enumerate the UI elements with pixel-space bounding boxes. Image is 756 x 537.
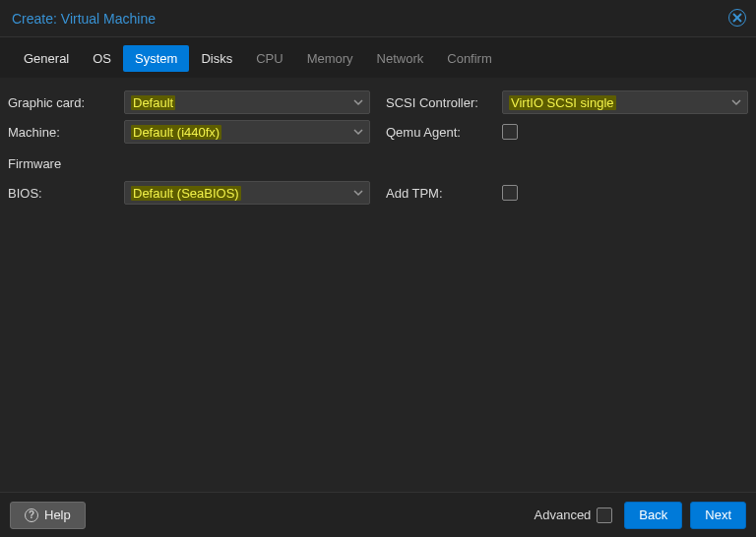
help-button[interactable]: ? Help (10, 502, 86, 529)
chevron-down-icon (353, 97, 363, 107)
select-bios[interactable]: Default (SeaBIOS) (124, 181, 370, 205)
label-qemu-agent: Qemu Agent: (386, 125, 502, 140)
window-title: Create: Virtual Machine (12, 11, 156, 27)
select-scsi-controller[interactable]: VirtIO SCSI single (502, 90, 748, 114)
label-graphic-card: Graphic card: (8, 95, 124, 110)
next-button-label: Next (705, 507, 731, 522)
tab-network: Network (365, 45, 436, 72)
row-firmware-heading: Firmware (8, 149, 370, 178)
chevron-down-icon (353, 127, 363, 137)
select-machine[interactable]: Default (i440fx) (124, 120, 370, 144)
label-add-tpm: Add TPM: (386, 186, 502, 201)
window-titlebar: Create: Virtual Machine (0, 0, 756, 37)
tab-memory: Memory (295, 45, 365, 72)
tab-disks[interactable]: Disks (189, 45, 244, 72)
value-graphic-card: Default (131, 95, 175, 110)
select-graphic-card[interactable]: Default (124, 90, 370, 114)
form-right-column: SCSI Controller: VirtIO SCSI single Qemu… (378, 88, 748, 484)
label-bios: BIOS: (8, 186, 124, 201)
value-bios: Default (SeaBIOS) (131, 186, 241, 201)
advanced-label: Advanced (535, 507, 592, 522)
row-scsi-controller: SCSI Controller: VirtIO SCSI single (386, 88, 748, 117)
tab-system[interactable]: System (123, 45, 189, 72)
tab-cpu: CPU (244, 45, 294, 72)
close-icon[interactable] (728, 9, 746, 27)
checkbox-qemu-agent[interactable] (502, 124, 518, 140)
tab-os[interactable]: OS (81, 45, 123, 72)
value-scsi-controller: VirtIO SCSI single (509, 95, 616, 110)
chevron-down-icon (731, 97, 741, 107)
form-left-column: Graphic card: Default Machine: Default (… (8, 88, 378, 484)
label-scsi-controller: SCSI Controller: (386, 95, 502, 110)
label-machine: Machine: (8, 125, 124, 140)
row-machine: Machine: Default (i440fx) (8, 117, 370, 147)
help-button-label: Help (44, 507, 71, 522)
checkbox-add-tpm[interactable] (502, 185, 518, 201)
row-spacer (386, 149, 748, 178)
tab-confirm: Confirm (435, 45, 504, 72)
back-button[interactable]: Back (624, 502, 682, 529)
form-area: Graphic card: Default Machine: Default (… (0, 78, 756, 492)
help-icon: ? (25, 508, 38, 522)
tab-general[interactable]: General (12, 45, 81, 72)
back-button-label: Back (639, 507, 667, 522)
row-add-tpm: Add TPM: (386, 178, 748, 208)
advanced-toggle[interactable]: Advanced (535, 507, 613, 523)
value-machine: Default (i440fx) (131, 125, 221, 140)
checkbox-advanced[interactable] (597, 507, 612, 523)
row-bios: BIOS: Default (SeaBIOS) (8, 178, 370, 208)
row-qemu-agent: Qemu Agent: (386, 117, 748, 147)
dialog-footer: ? Help Advanced Back Next (0, 492, 756, 537)
row-graphic-card: Graphic card: Default (8, 88, 370, 117)
heading-firmware: Firmware (8, 156, 61, 171)
wizard-tabs: General OS System Disks CPU Memory Netwo… (0, 37, 756, 78)
next-button[interactable]: Next (690, 502, 746, 529)
chevron-down-icon (353, 188, 363, 198)
